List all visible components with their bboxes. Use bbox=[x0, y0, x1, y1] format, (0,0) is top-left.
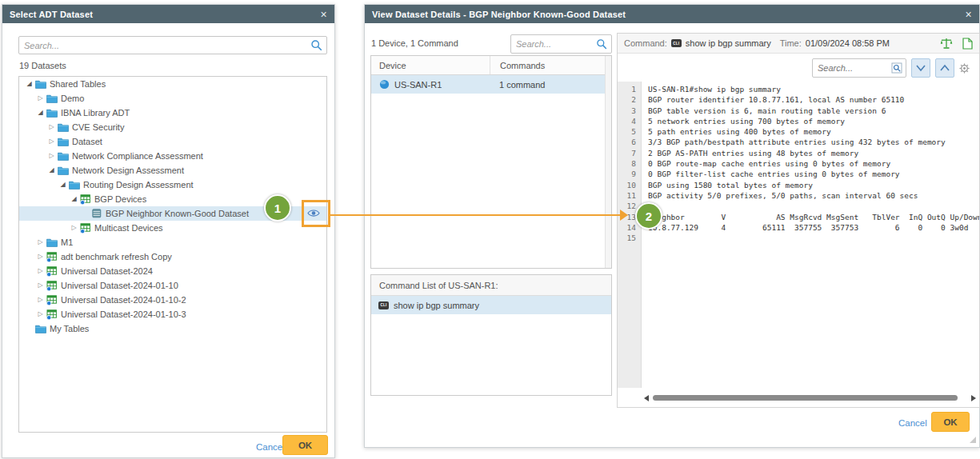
tree-item-label: Shared Tables bbox=[50, 79, 106, 89]
tree-item-ibna-library-adt[interactable]: ◢IBNA Library ADT bbox=[19, 106, 326, 120]
expand-icon[interactable]: ▷ bbox=[46, 123, 57, 131]
cli-icon: CLI bbox=[378, 301, 389, 309]
ok-button[interactable]: OK bbox=[282, 435, 328, 455]
export-document-icon[interactable] bbox=[962, 38, 973, 50]
search-icon[interactable] bbox=[596, 38, 607, 50]
dataset-search-input[interactable] bbox=[19, 41, 310, 50]
expand-icon[interactable]: ▷ bbox=[35, 94, 46, 102]
scroll-right-arrow[interactable] bbox=[971, 395, 976, 401]
view-dataset-details-dialog: View Dataset Details - BGP Neighbor Know… bbox=[364, 4, 980, 448]
find-previous-button[interactable] bbox=[935, 58, 954, 78]
dataset-table-icon bbox=[79, 194, 91, 205]
collapse-icon[interactable]: ◢ bbox=[58, 181, 68, 189]
annotation-step-1-badge: 1 bbox=[264, 194, 291, 222]
tree-item-label: IBNA Library ADT bbox=[61, 108, 130, 118]
folder-icon bbox=[46, 94, 58, 103]
tree-item-label: Universal Dataset-2024-01-10-2 bbox=[61, 295, 186, 305]
close-icon[interactable]: × bbox=[321, 9, 327, 20]
tree-item-label: Demo bbox=[61, 94, 84, 103]
expand-icon[interactable]: ▷ bbox=[46, 138, 57, 146]
annotation-highlight-box bbox=[302, 200, 330, 227]
expand-icon[interactable]: ▷ bbox=[35, 267, 46, 275]
select-dialog-title: Select ADT Dataset bbox=[10, 10, 93, 19]
find-next-button[interactable] bbox=[911, 58, 930, 78]
command-list-panel: Command List of US-SAN-R1: CLI show ip b… bbox=[370, 274, 612, 396]
tree-item-label: Network Design Assessment bbox=[72, 166, 184, 175]
dataset-table-icon bbox=[46, 266, 58, 277]
expand-icon[interactable]: ▷ bbox=[35, 253, 46, 261]
tree-item-routing-design-assessment[interactable]: ◢Routing Design Assessment bbox=[19, 178, 326, 192]
tree-item-label: CVE Security bbox=[72, 122, 124, 132]
device-column-header: Device bbox=[371, 56, 490, 74]
collapse-icon[interactable]: ◢ bbox=[69, 195, 79, 203]
device-row[interactable]: US-SAN-R1 1 command bbox=[371, 75, 611, 94]
tree-item-universal-dataset-2024-01-10[interactable]: ▷Universal Dataset-2024-01-10 bbox=[19, 278, 326, 293]
folder-icon bbox=[34, 324, 46, 333]
compare-scales-icon[interactable] bbox=[940, 38, 953, 50]
dataset-tree: ◢Shared Tables▷Demo◢IBNA Library ADT▷CVE… bbox=[18, 76, 327, 433]
expand-icon[interactable]: ▷ bbox=[35, 296, 46, 304]
device-command-summary: 1 Device, 1 Command bbox=[371, 38, 458, 48]
folder-icon bbox=[57, 122, 69, 132]
tree-item-label: My Tables bbox=[50, 324, 89, 333]
tree-item-m1[interactable]: ▷M1 bbox=[19, 235, 326, 249]
device-search-input[interactable] bbox=[511, 39, 596, 49]
expand-icon[interactable]: ▷ bbox=[35, 310, 46, 318]
time-label: Time: bbox=[780, 38, 802, 48]
output-search-input[interactable] bbox=[813, 63, 891, 73]
settings-gear-icon[interactable] bbox=[959, 63, 970, 74]
tree-item-label: BGP Neighbor Known-Good Dataset bbox=[106, 209, 249, 218]
cancel-button[interactable]: Cancel bbox=[894, 417, 932, 429]
tree-item-adt-benchmark-refresh-copy[interactable]: ▷adt benchmark refresh Copy bbox=[19, 249, 326, 264]
tree-item-label: Universal Dataset-2024-01-10 bbox=[61, 281, 178, 290]
folder-icon bbox=[57, 151, 69, 161]
close-icon[interactable]: × bbox=[966, 9, 972, 20]
commands-column-header: Commands bbox=[490, 61, 545, 70]
ok-button[interactable]: OK bbox=[931, 412, 970, 432]
scrollbar-track[interactable] bbox=[651, 394, 969, 401]
tree-item-my-tables[interactable]: My Tables bbox=[19, 321, 326, 336]
tree-item-dataset[interactable]: ▷Dataset bbox=[19, 134, 326, 149]
command-list-item[interactable]: CLI show ip bgp summary bbox=[371, 296, 611, 314]
dataset-count-label: 19 Datasets bbox=[19, 61, 66, 70]
collapse-icon[interactable]: ◢ bbox=[24, 80, 34, 88]
command-output-panel: Command: CLI show ip bgp summary Time: 0… bbox=[617, 33, 980, 408]
select-dialog-titlebar: Select ADT Dataset × bbox=[2, 5, 334, 23]
device-table: Device Commands US-SAN-R1 1 command bbox=[370, 55, 612, 269]
collapse-icon[interactable]: ◢ bbox=[46, 166, 57, 174]
search-icon[interactable] bbox=[310, 39, 322, 51]
annotation-step-2-badge: 2 bbox=[635, 202, 662, 230]
output-search-box bbox=[812, 58, 906, 78]
expand-icon[interactable]: ▷ bbox=[35, 281, 46, 289]
tree-item-label: Network Compliance Assessment bbox=[72, 151, 203, 161]
collapse-icon[interactable]: ◢ bbox=[35, 109, 46, 117]
folder-icon bbox=[57, 137, 69, 146]
folder-icon bbox=[68, 180, 80, 190]
device-search-box bbox=[510, 34, 612, 54]
scroll-left-arrow[interactable] bbox=[644, 395, 649, 401]
device-table-scrollbar[interactable] bbox=[605, 56, 611, 268]
terminal-output-text: US-SAN-R1#show ip bgp summary BGP router… bbox=[642, 82, 979, 388]
expand-icon[interactable]: ▷ bbox=[35, 238, 46, 246]
tree-item-cve-security[interactable]: ▷CVE Security bbox=[19, 120, 326, 134]
dataset-table-icon bbox=[46, 295, 58, 305]
find-in-page-icon[interactable] bbox=[891, 62, 902, 74]
tree-item-shared-tables[interactable]: ◢Shared Tables bbox=[19, 77, 326, 91]
resize-handle[interactable] bbox=[970, 437, 976, 443]
horizontal-scrollbar bbox=[644, 393, 976, 403]
expand-icon[interactable]: ▷ bbox=[46, 152, 57, 160]
time-value: 01/09/2024 08:58 PM bbox=[806, 38, 890, 48]
tree-item-demo[interactable]: ▷Demo bbox=[19, 91, 326, 106]
dataset-table-icon bbox=[46, 252, 58, 262]
tree-item-universal-dataset-2024-01-10-2[interactable]: ▷Universal Dataset-2024-01-10-2 bbox=[19, 293, 326, 307]
folder-icon bbox=[34, 79, 46, 89]
tree-item-network-design-assessment[interactable]: ◢Network Design Assessment bbox=[19, 163, 326, 178]
scrollbar-thumb[interactable] bbox=[653, 395, 958, 401]
folder-icon bbox=[57, 166, 69, 175]
tree-item-universal-dataset-2024[interactable]: ▷Universal Dataset-2024 bbox=[19, 264, 326, 278]
expand-icon[interactable]: ▷ bbox=[69, 224, 79, 232]
tree-item-network-compliance-assessment[interactable]: ▷Network Compliance Assessment bbox=[19, 149, 326, 163]
tree-item-label: BGP Devices bbox=[94, 194, 146, 204]
tree-item-universal-dataset-2024-01-10-3[interactable]: ▷Universal Dataset-2024-01-10-3 bbox=[19, 307, 326, 321]
tree-item-multicast-devices[interactable]: ▷Multicast Devices bbox=[19, 221, 326, 235]
